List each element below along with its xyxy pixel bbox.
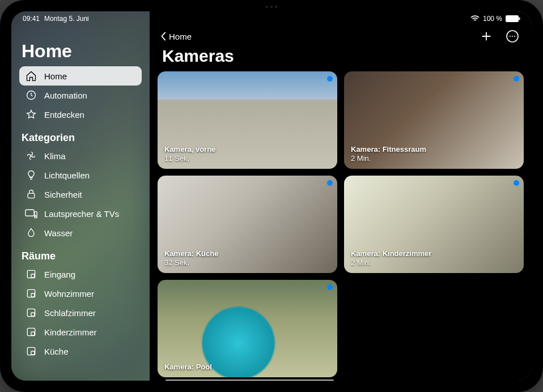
- svg-point-21: [514, 36, 515, 37]
- sidebar-item-discover[interactable]: Entdecken: [19, 105, 142, 124]
- camera-subtitle: 2 Min.: [351, 258, 431, 267]
- sidebar-item-speakers-tvs[interactable]: Lautsprecher & TVs: [19, 204, 142, 223]
- camera-title: Kamera: Pool: [164, 363, 212, 372]
- section-categories: Kategorien: [22, 132, 142, 144]
- app-title: Home: [22, 41, 142, 62]
- camera-subtitle: 2 Min.: [351, 154, 426, 163]
- sidebar-item-security[interactable]: Sicherheit: [19, 185, 142, 204]
- status-bar: 09:41 Montag 5. Juni 100 %: [11, 11, 532, 26]
- camera-subtitle: 11 Sek.: [164, 154, 215, 163]
- page-title: Kameras: [162, 46, 532, 66]
- svg-rect-0: [506, 16, 519, 22]
- sidebar-item-automation[interactable]: Automation: [19, 86, 142, 105]
- house-icon: [25, 70, 37, 82]
- camera-tile-pool[interactable]: Kamera: Pool: [158, 280, 337, 377]
- main-content: Home Kameras Kamera,: [150, 11, 532, 381]
- sidebar-item-climate[interactable]: Klima: [19, 146, 142, 165]
- sidebar-item-label: Klima: [44, 151, 66, 161]
- battery-percent: 100 %: [483, 15, 502, 23]
- sidebar-item-home[interactable]: Home: [19, 66, 142, 86]
- back-label: Home: [169, 32, 192, 41]
- sidebar-item-label: Sicherheit: [44, 190, 82, 199]
- camera-title: Kamera: Küche: [164, 249, 218, 258]
- svg-rect-15: [31, 332, 35, 335]
- svg-rect-6: [35, 212, 37, 218]
- sidebar-item-label: Automation: [44, 91, 87, 100]
- sidebar-item-label: Wohnzimmer: [44, 289, 94, 299]
- status-time: 09:41: [23, 15, 40, 23]
- fan-icon: [25, 150, 37, 162]
- camera-title: Kamera, vorne: [164, 145, 215, 154]
- back-button[interactable]: Home: [160, 31, 192, 41]
- droplet-icon: [25, 227, 37, 239]
- camera-subtitle: 32 Sek.: [164, 258, 218, 267]
- nav-primary: Home Automation Entdecken: [19, 66, 142, 124]
- plus-icon: [480, 30, 493, 42]
- more-button[interactable]: [504, 28, 520, 44]
- clock-check-icon: [25, 89, 37, 101]
- nav-categories: Klima Lichtquellen Sicherheit: [19, 146, 142, 242]
- recording-dot-icon: [327, 180, 333, 186]
- svg-rect-11: [31, 293, 35, 297]
- wifi-icon: [470, 15, 480, 22]
- sidebar-item-lights[interactable]: Lichtquellen: [19, 165, 142, 185]
- sidebar-item-kitchen[interactable]: Küche: [19, 342, 142, 361]
- svg-rect-17: [31, 351, 35, 355]
- recording-dot-icon: [327, 76, 333, 82]
- device-sensor-dots: [266, 6, 277, 8]
- svg-rect-5: [26, 210, 34, 216]
- sidebar-item-label: Home: [44, 71, 67, 81]
- camera-title: Kamera: Fitnessraum: [351, 145, 426, 154]
- camera-title: Kamera: Kinderzimmer: [351, 249, 431, 258]
- sidebar-item-bedroom[interactable]: Schlafzimmer: [19, 303, 142, 322]
- sidebar-item-label: Wasser: [44, 228, 73, 238]
- room-icon: [25, 345, 37, 357]
- camera-tile-front[interactable]: Kamera, vorne 11 Sek.: [158, 71, 337, 169]
- recording-dot-icon: [514, 180, 519, 186]
- svg-rect-9: [31, 274, 35, 278]
- recording-dot-icon: [514, 76, 519, 82]
- sidebar-item-label: Lichtquellen: [44, 171, 90, 180]
- room-icon: [25, 268, 37, 280]
- chevron-left-icon: [160, 31, 168, 41]
- sidebar-item-label: Küche: [44, 347, 69, 356]
- star-icon: [25, 108, 37, 121]
- sidebar-item-label: Kinderzimmer: [44, 327, 97, 337]
- scroll-indicator: [166, 380, 516, 381]
- main-header: Home: [150, 26, 532, 44]
- sidebar-item-livingroom[interactable]: Wohnzimmer: [19, 284, 142, 303]
- sidebar-item-label: Lautsprecher & TVs: [44, 209, 119, 219]
- sidebar-item-label: Entdecken: [44, 110, 84, 120]
- lock-icon: [25, 188, 37, 201]
- svg-point-3: [30, 155, 32, 156]
- sidebar: Home Home Automation: [11, 11, 150, 381]
- bulb-icon: [25, 169, 37, 181]
- camera-grid: Kamera, vorne 11 Sek. Kamera: Fitnessrau…: [158, 71, 524, 377]
- sidebar-item-label: Eingang: [44, 270, 75, 279]
- battery-icon: [506, 15, 520, 22]
- camera-tile-kitchen[interactable]: Kamera: Küche 32 Sek.: [158, 176, 337, 273]
- sidebar-item-entrance[interactable]: Eingang: [19, 265, 142, 284]
- nav-rooms: Eingang Wohnzimmer Schlafzimmer Kinderzi…: [19, 265, 142, 361]
- camera-tile-kids[interactable]: Kamera: Kinderzimmer 2 Min.: [344, 176, 524, 273]
- speaker-tv-icon: [25, 207, 37, 220]
- add-button[interactable]: [478, 28, 494, 44]
- svg-rect-1: [519, 18, 520, 20]
- sidebar-item-label: Schlafzimmer: [44, 308, 96, 318]
- svg-rect-13: [31, 313, 35, 316]
- room-icon: [25, 306, 37, 319]
- svg-rect-4: [28, 193, 35, 198]
- room-icon: [25, 287, 37, 300]
- camera-tile-gym[interactable]: Kamera: Fitnessraum 2 Min.: [344, 71, 524, 169]
- sidebar-item-water[interactable]: Wasser: [19, 223, 142, 242]
- sidebar-item-kidsroom[interactable]: Kinderzimmer: [19, 322, 142, 342]
- ellipsis-circle-icon: [506, 29, 519, 43]
- svg-point-7: [35, 215, 36, 216]
- recording-dot-icon: [327, 284, 333, 290]
- room-icon: [25, 326, 37, 338]
- status-date: Montag 5. Juni: [44, 15, 89, 23]
- svg-point-19: [510, 36, 511, 37]
- svg-point-20: [512, 36, 513, 37]
- camera-grid-scroll[interactable]: Kamera, vorne 11 Sek. Kamera: Fitnessrau…: [150, 71, 532, 381]
- section-rooms: Räume: [22, 250, 142, 262]
